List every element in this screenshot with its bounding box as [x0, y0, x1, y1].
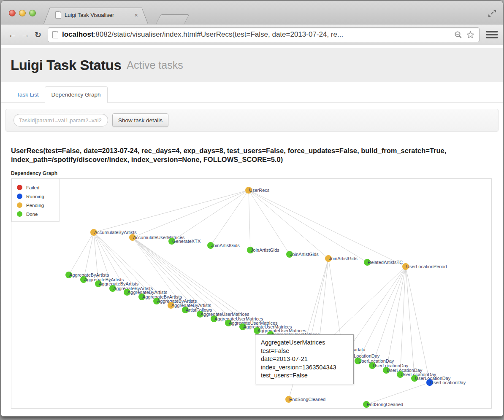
menu-hamburger-icon[interactable]	[486, 30, 498, 40]
legend-item: Done	[17, 210, 59, 218]
status-legend: FailedRunningPendingDone	[11, 179, 60, 222]
pending-status-dot	[17, 202, 22, 208]
legend-item: Running	[17, 192, 59, 201]
address-bar[interactable]: localhost:8082/static/visualiser/index.h…	[48, 27, 480, 42]
url-page-icon	[52, 31, 58, 38]
task-tooltip: AggregateUserMatricestest=Falsedate=2013…	[255, 334, 354, 384]
minimize-window-button[interactable]	[19, 10, 26, 16]
forward-button[interactable]: →	[19, 30, 32, 40]
failed-status-dot	[17, 185, 22, 190]
tooltip-line: AggregateUserMatrices	[261, 339, 348, 347]
task-node-label: JoinArtistGids	[290, 252, 319, 257]
window-controls	[9, 10, 36, 16]
bookmark-star-icon[interactable]	[466, 31, 475, 39]
tooltip-line: test=False	[261, 347, 348, 355]
dependency-graph-label: Dependency Graph	[11, 170, 503, 176]
tab-close-icon[interactable]: ×	[134, 12, 138, 18]
fullscreen-icon[interactable]	[488, 8, 497, 19]
dependency-graph-canvas: UserRecsAccumulateByArtistsAccumulateUse…	[11, 178, 492, 409]
task-node-label: JoinArtistGids	[211, 243, 240, 248]
task-node-label: UserLocationDay	[430, 380, 466, 385]
show-task-details-button[interactable]: Show task details	[112, 113, 168, 127]
running-status-dot	[17, 194, 22, 199]
task-node-label: RelatedArtistsTC	[368, 260, 403, 265]
task-id-input[interactable]	[14, 114, 108, 127]
new-tab-button[interactable]	[156, 14, 189, 24]
luigi-page: Luigi Task Status Active tasks Task List…	[1, 45, 503, 416]
zoom-window-button[interactable]	[29, 10, 36, 16]
browser-titlebar: Luigi Task Visualiser ×	[1, 1, 503, 24]
task-node-label: UserLocationPeriod	[406, 264, 447, 269]
page-subtitle: Active tasks	[127, 59, 183, 71]
legend-item: Failed	[17, 183, 59, 192]
back-button[interactable]: ←	[6, 30, 19, 40]
task-node-label: GenerateXTX	[172, 239, 201, 244]
browser-window: Luigi Task Visualiser × ← → ↻ localhost:…	[1, 0, 503, 417]
tooltip-line: index_version=1363504343	[261, 363, 348, 372]
tab-title: Luigi Task Visualiser	[65, 12, 131, 18]
task-node-label: EndSongCleaned	[289, 397, 325, 402]
task-node-label: EndSongCleaned	[367, 402, 403, 407]
legend-item: Pending	[17, 201, 59, 210]
tooltip-line: test_users=False	[261, 372, 348, 380]
tab-task-list[interactable]: Task List	[11, 87, 45, 102]
tooltip-line: date=2013-07-21	[261, 355, 348, 363]
page-title: Luigi Task Status	[11, 57, 121, 73]
legend-label: Pending	[26, 203, 44, 208]
task-search-panel: Show task details	[5, 109, 499, 132]
task-node-label: JoinArtistGids	[251, 248, 279, 253]
legend-label: Failed	[26, 185, 39, 190]
reload-button[interactable]: ↻	[32, 30, 44, 40]
view-tabs: Task List Dependency Graph	[1, 86, 503, 103]
task-node-label: UserRecs	[249, 188, 269, 193]
task-title: UserRecs(test=False, date=2013-07-24, re…	[11, 146, 493, 164]
close-window-button[interactable]	[9, 10, 16, 16]
zoom-out-icon[interactable]	[454, 31, 462, 39]
browser-tab[interactable]: Luigi Task Visualiser ×	[43, 8, 148, 24]
legend-label: Running	[26, 194, 44, 199]
tab-dependency-graph[interactable]: Dependency Graph	[45, 86, 108, 103]
legend-label: Done	[26, 212, 38, 217]
url-text: localhost:8082/static/visualiser/index.h…	[62, 30, 450, 39]
task-node-label: JoinArtistGids	[329, 256, 358, 261]
page-header: Luigi Task Status Active tasks	[1, 48, 503, 82]
task-node-label: AccumulateByArtists	[94, 230, 137, 235]
browser-toolbar: ← → ↻ localhost:8082/static/visualiser/i…	[1, 24, 503, 45]
page-favicon	[55, 11, 61, 19]
done-status-dot	[17, 211, 22, 217]
